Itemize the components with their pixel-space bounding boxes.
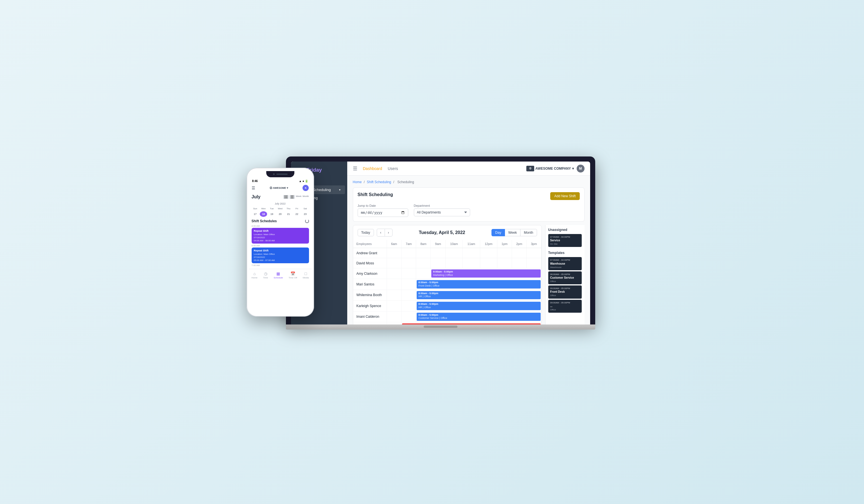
- table-row: David Moss: [353, 258, 541, 268]
- phone-shift2-title: Repeat Shift: [254, 249, 307, 253]
- shifts-title: Shift Schedules: [252, 219, 277, 223]
- day-wed: Wed: [276, 206, 284, 211]
- phone-shift-1[interactable]: Repeat Shift Location: Main Office 07/18…: [252, 228, 309, 244]
- col-12pm: 12pm: [480, 240, 497, 248]
- template-4-time: 09:00AM - 05:00PM: [550, 301, 580, 304]
- phone-time: 8:46: [252, 180, 258, 183]
- shift-cell[interactable]: 8:00am - 5:00pm HR | Office: [416, 290, 541, 300]
- shift-block-mari[interactable]: 8:00am - 5:00pm Front Desk | Office: [417, 280, 540, 288]
- refresh-icon[interactable]: [305, 219, 309, 223]
- template-card-3[interactable]: 09:00AM - 05:00PM Front Desk Office: [548, 285, 582, 298]
- tab-schedule[interactable]: ▦ Schedule: [274, 271, 283, 279]
- time-label-5am: 5:00 AM: [252, 244, 309, 247]
- view-month-button[interactable]: Month: [520, 229, 537, 236]
- col-7am: 7am: [401, 240, 416, 248]
- breadcrumb: Home / Shift Scheduling / Scheduling: [353, 180, 585, 184]
- shift-block-karleigh[interactable]: 8:00am - 5:00pm HR | Office: [417, 302, 540, 310]
- employee-name: Imani Calderon: [353, 311, 387, 322]
- empty-cell: [387, 322, 401, 324]
- template-card-1[interactable]: 07:00AM - 04:00PM Warehouse Warehouse: [548, 257, 582, 270]
- phone-shift-2[interactable]: Repeat Shift Location: Main Office 07/18…: [252, 247, 309, 263]
- empty-cell: [387, 258, 401, 268]
- template-2-dept: Office: [550, 280, 580, 283]
- phone-month-view-icon[interactable]: [290, 195, 295, 199]
- shift-block-imani[interactable]: 8:00am - 5:00pm Customer Service | Offic…: [417, 313, 540, 321]
- nav-users[interactable]: Users: [388, 166, 398, 171]
- today-button[interactable]: Today: [358, 229, 374, 236]
- laptop-screen: Get2Friday ‹ Back 📅 Shift Scheduling ▾: [291, 161, 590, 324]
- empty-cell: [512, 258, 527, 268]
- svg-rect-0: [285, 196, 286, 197]
- phone-user-avatar: K: [302, 185, 309, 191]
- cal-date-21[interactable]: 21: [285, 211, 292, 217]
- cal-date-22[interactable]: 22: [293, 211, 301, 217]
- day-mon: Mon: [260, 206, 267, 211]
- tab-home[interactable]: ⌂ Home: [251, 271, 257, 279]
- speaker-icon: [276, 174, 288, 175]
- scene: 8:46 ▲ ● 🔋 ☰ ⓖ AWESOME ▾ K July: [263, 157, 601, 347]
- unassigned-time: 07:00AM - 04:00PM: [550, 235, 580, 238]
- jump-to-date-group: Jump to Date: [358, 204, 408, 217]
- cal-date-20[interactable]: 20: [276, 211, 284, 217]
- col-1pm: 1pm: [497, 240, 512, 248]
- hamburger-icon[interactable]: ☰: [353, 165, 357, 172]
- shift-cell[interactable]: 8:00am - 5:00pm HR | Office: [416, 300, 541, 311]
- tab-time-label: Time: [263, 276, 268, 279]
- tab-media[interactable]: □ Media: [303, 271, 309, 279]
- time-label-4am: 4:00 AM: [252, 225, 309, 227]
- tab-schedule-label: Schedule: [274, 276, 283, 279]
- phone-week-view-icon[interactable]: [284, 195, 288, 199]
- cal-date-18-today[interactable]: 18: [260, 211, 267, 217]
- phone-shift1-location: Location: Main Office: [254, 233, 307, 236]
- jump-to-date-input[interactable]: [358, 208, 408, 217]
- phone-shift1-date: 07/18/2022: [254, 236, 307, 239]
- user-avatar[interactable]: M: [577, 164, 585, 172]
- cal-date-23[interactable]: 23: [301, 211, 309, 217]
- table-row: Isaiah Crosby 7:00am - 4:30pm Warehouse …: [353, 322, 541, 324]
- template-4-name: ...: [550, 304, 580, 308]
- empty-cell: [401, 300, 416, 311]
- shift-cell[interactable]: 8:00am - 5:00pm Front Desk | Office: [416, 279, 541, 290]
- template-2-name: Customer Service: [550, 276, 580, 280]
- empty-cell: [497, 248, 512, 258]
- breadcrumb-home[interactable]: Home: [353, 180, 362, 184]
- shift-cell[interactable]: 9:00am - 5:00pm Marketing | Office: [431, 268, 541, 279]
- phone-shift2-location: Location: Main Office: [254, 253, 307, 256]
- view-week-button[interactable]: Week: [505, 229, 520, 236]
- department-select[interactable]: All Departments Marketing HR Front Desk …: [414, 208, 470, 216]
- cal-date-19[interactable]: 19: [268, 211, 276, 217]
- phone-shift1-hours: 04:00 AM - 08:00 AM: [254, 239, 307, 242]
- phone-hamburger-icon[interactable]: ☰: [252, 186, 255, 190]
- add-shift-button[interactable]: Add New Shift: [550, 192, 579, 200]
- col-3pm: 3pm: [527, 240, 541, 248]
- table-row: Andrew Grant: [353, 248, 541, 258]
- shift-time: 8:00am - 5:00pm: [418, 303, 539, 306]
- col-9am: 9am: [431, 240, 445, 248]
- unassigned-title: Unassigned: [548, 228, 582, 232]
- empty-cell: [431, 248, 445, 258]
- cal-date-17[interactable]: 17: [252, 211, 259, 217]
- shift-block-amy[interactable]: 9:00am - 5:00pm Marketing | Office: [431, 269, 540, 278]
- breadcrumb-shift-scheduling[interactable]: Shift Scheduling: [367, 180, 392, 184]
- unassigned-card[interactable]: 07:00AM - 04:00PM Service On Site: [548, 234, 582, 247]
- view-day-button[interactable]: Day: [491, 229, 505, 236]
- breadcrumb-sep-1: /: [364, 180, 365, 184]
- shift-block-whilemina[interactable]: 8:00am - 5:00pm HR | Office: [417, 291, 540, 299]
- breadcrumb-scheduling: Scheduling: [397, 180, 414, 184]
- phone-top-bar: ☰ ⓖ AWESOME ▾ K: [249, 184, 312, 193]
- tab-time-off[interactable]: 📅 Time Off: [289, 271, 297, 279]
- shift-cell[interactable]: 8:00am - 5:00pm Customer Service | Offic…: [416, 311, 541, 322]
- calendar-nav-arrows: ‹ ›: [377, 229, 393, 236]
- nav-dashboard[interactable]: Dashboard: [363, 166, 382, 171]
- svg-rect-6: [291, 198, 293, 198]
- table-row: Imani Calderon 8:00am - 5:00pm: [353, 311, 541, 322]
- template-card-2[interactable]: 08:00AM - 05:00PM Customer Service Offic…: [548, 271, 582, 284]
- shift-cell[interactable]: 7:00am - 4:30pm Warehouse | Warehouse B: [401, 322, 541, 324]
- app-container: Get2Friday ‹ Back 📅 Shift Scheduling ▾: [291, 161, 590, 324]
- day-tue: Tue: [268, 206, 276, 211]
- prev-button[interactable]: ‹: [377, 229, 385, 236]
- tab-time[interactable]: ◷ Time: [263, 271, 268, 279]
- table-row: Amy Clarkson 9:00am - 5:00pm: [353, 268, 541, 279]
- template-card-4[interactable]: 09:00AM - 05:00PM ... Office: [548, 300, 582, 313]
- next-button[interactable]: ›: [385, 229, 393, 236]
